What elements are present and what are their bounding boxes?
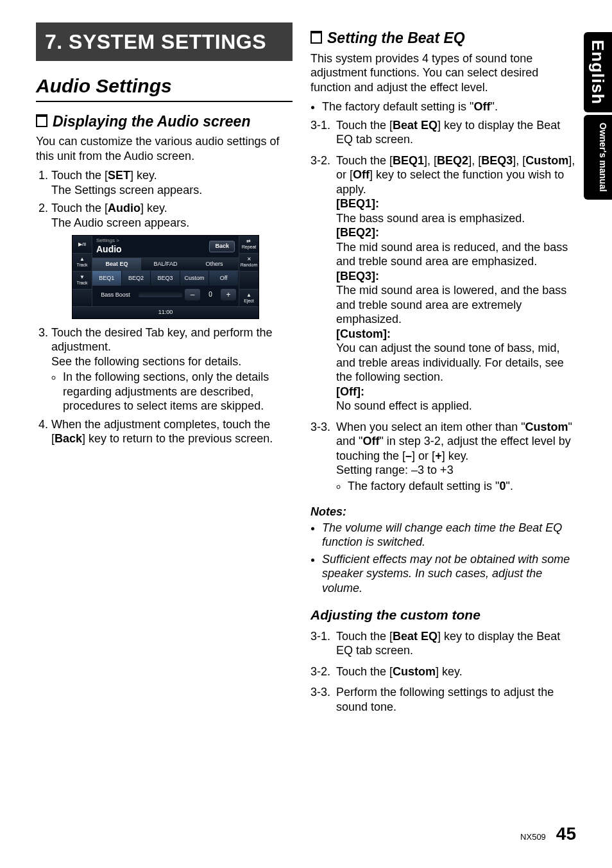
subsection-heading-beateq: Setting the Beat EQ [310,29,576,48]
bass-boost-slider[interactable] [139,292,182,297]
step-2: Touch the [Audio] key. The Audio screen … [51,201,293,318]
step-3-3-default: The factory default setting is "0". [348,479,576,494]
minus-button[interactable]: – [185,289,200,300]
eq-buttons: BEQ1 BEQ2 BEQ3 Custom Off [92,271,239,286]
tab-beat-eq[interactable]: Beat EQ [92,258,141,270]
play-pause-button[interactable]: ▶/II [72,236,92,253]
tab-bal-fad[interactable]: BAL/FAD [141,258,190,270]
step-1: Touch the [SET] key. The Settings screen… [51,168,293,197]
note-2: Sufficient effects may not be obtained w… [322,552,576,596]
notes-block: Notes: The volume will change each time … [310,505,576,595]
section-heading: Audio Settings [36,74,293,98]
subsection-title: Displaying the Audio screen [53,113,250,130]
plus-button[interactable]: + [221,289,236,300]
tab-row: Beat EQ BAL/FAD Others [92,257,239,271]
side-tabs: English Owner's manual [584,32,613,202]
screen-left-sidebar: ▶/II ▲ Track ▼ [72,236,92,306]
step-no: 3-3. [310,685,336,714]
subsection-title: Setting the Beat EQ [327,30,465,46]
audio-screen-figure: ▶/II ▲ Track ▼ [72,235,259,318]
subsection-heading-display: Displaying the Audio screen [36,112,293,131]
procedure-list-left: Touch the [SET] key. The Settings screen… [36,168,293,446]
eq-beq3[interactable]: BEQ3 [151,271,180,286]
subsection-heading-custom: Adjusting the custom tone [310,607,576,623]
manual-tab: Owner's manual [584,115,613,200]
track-up-button[interactable]: ▲ Track [72,253,92,271]
heading-box-icon [310,31,322,44]
lang-tab: English [584,32,613,112]
eject-button[interactable]: ▲ Eject [239,289,259,307]
page-footer: NX509 45 [520,822,576,845]
tab-others[interactable]: Others [190,258,239,270]
step-3-3: When you select an item other than "Cust… [336,420,576,498]
repeat-button[interactable]: ⇄ Repeat [239,236,259,253]
heading-rule [36,101,293,102]
step-no: 3-2. [310,153,336,413]
page-number: 45 [556,822,576,845]
eq-custom[interactable]: Custom [180,271,210,286]
back-button[interactable]: Back [209,241,235,252]
beateq-intro: This system provides 4 types of sound to… [310,51,576,95]
screen-right-sidebar: ⇄ Repeat ✕ Random [239,236,259,306]
step-4: When the adjustment completes, touch the… [51,417,293,446]
step-3: Touch the desired Tab key, and perform t… [51,326,293,413]
beateq-steps: 3-1. Touch the [Beat EQ] key to display … [310,118,576,498]
step-3-1: Touch the [Beat EQ] key to display the B… [336,118,576,147]
bass-boost-value: 0 [203,291,218,299]
model-label: NX509 [520,832,546,842]
step-no: 3-2. [310,664,336,679]
eq-off[interactable]: Off [209,271,239,286]
bass-boost-row: Bass Boost – 0 + [92,286,239,304]
custom-step-3-2: Touch the [Custom] key. [336,664,576,679]
intro-paragraph: You can customize the various audio sett… [36,134,293,163]
beateq-default: The factory default setting is "Off". [322,100,576,114]
custom-step-3-3: Perform the following settings to adjust… [336,685,576,714]
chapter-heading: 7. SYSTEM SETTINGS [36,22,293,61]
left-empty [72,289,92,307]
step-3-2: Touch the [BEQ1], [BEQ2], [BEQ3], [Custo… [336,153,576,413]
custom-steps: 3-1. Touch the [Beat EQ] key to display … [310,629,576,715]
bass-boost-label: Bass Boost [95,291,136,299]
step-no: 3-1. [310,629,336,658]
note-1: The volume will change each time the Bea… [322,521,576,550]
track-down-button[interactable]: ▼ Track [72,271,92,289]
step-no: 3-1. [310,118,336,147]
random-button[interactable]: ✕ Random [239,253,259,271]
step-3-note: In the following sections, only the deta… [63,370,293,413]
notes-heading: Notes: [310,505,576,519]
eq-beq2[interactable]: BEQ2 [122,271,151,286]
breadcrumb: Settings > [96,238,122,244]
heading-box-icon [36,114,47,127]
custom-step-3-1: Touch the [Beat EQ] key to display the B… [336,629,576,658]
eq-beq1[interactable]: BEQ1 [92,271,122,286]
step-no: 3-3. [310,420,336,498]
screen-title: Audio [96,244,122,256]
right-empty [239,271,259,289]
